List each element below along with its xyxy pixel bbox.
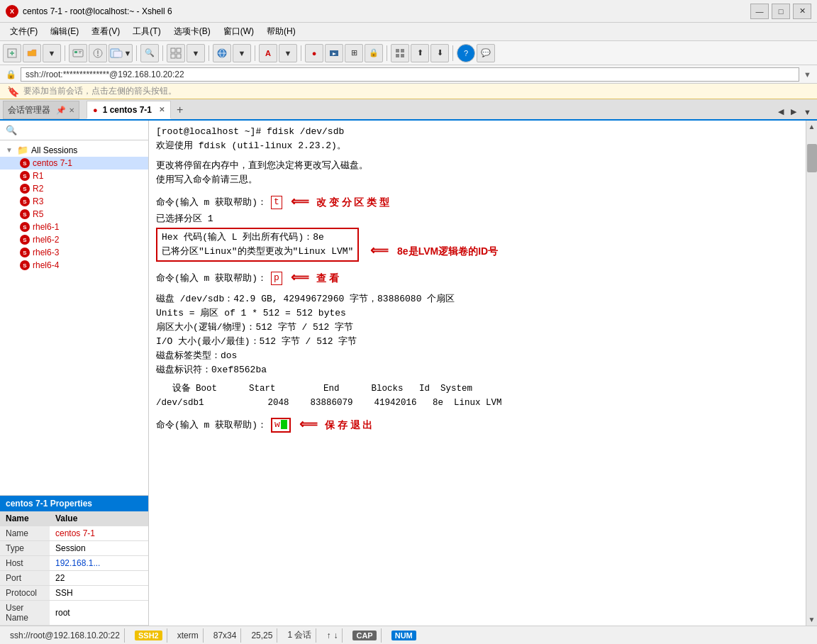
terminal-text-row: /dev/sdb1 2048 83886079 41942016 8e Linu… xyxy=(156,396,502,410)
scroll-thumb[interactable] xyxy=(807,144,817,172)
tree-item-R5[interactable]: S R5 xyxy=(0,208,148,221)
svg-rect-11 xyxy=(113,51,122,57)
props-row-port: Port 22 xyxy=(0,571,149,586)
toolbar-btn9[interactable]: ▼ xyxy=(279,44,297,62)
tree-label-rhel64: rhel6-4 xyxy=(33,260,59,270)
tab-centos71[interactable]: ● 1 centos 7-1 ✕ xyxy=(87,101,171,119)
props-key-port: Port xyxy=(0,571,50,586)
search-icon: 🔍 xyxy=(3,123,20,137)
scroll-down-arrow[interactable]: ▼ xyxy=(806,614,817,626)
menu-tab[interactable]: 选项卡(B) xyxy=(168,24,216,39)
tab-next[interactable]: ▶ xyxy=(788,106,799,118)
props-row-protocol: Protocol SSH xyxy=(0,586,149,601)
scroll-up-arrow[interactable]: ▲ xyxy=(806,121,817,133)
toolbar-help[interactable]: ? xyxy=(457,44,475,62)
window-title: centos 7-1 - root@localhost:~ - Xshell 6 xyxy=(23,6,750,16)
terminal-cmd-w-prompt: 命令(输入 m 获取帮助)： xyxy=(156,418,267,433)
tree-item-rhel61[interactable]: S rhel6-1 xyxy=(0,221,148,233)
status-position: 25,25 xyxy=(247,628,277,643)
toolbar-sep4 xyxy=(209,45,209,61)
toolbar-btn6[interactable]: ▼ xyxy=(187,44,205,62)
status-ssh2-label: SSH2 xyxy=(138,631,159,640)
svg-rect-23 xyxy=(396,54,399,57)
tree-item-R2[interactable]: S R2 xyxy=(0,182,148,195)
tree-label-R1: R1 xyxy=(33,171,43,181)
tab-prev[interactable]: ◀ xyxy=(775,106,787,118)
annotation-w: 保 存 退 出 xyxy=(325,418,373,433)
annotation-p: 查 看 xyxy=(316,271,339,286)
cursor-block xyxy=(281,420,287,429)
toolbar-btn10[interactable]: ● xyxy=(305,44,323,62)
tree-item-R1[interactable]: S R1 xyxy=(0,170,148,182)
toolbar-btn12[interactable]: ⊞ xyxy=(345,44,363,62)
toolbar-btn11[interactable] xyxy=(325,44,343,62)
toolbar-sep3 xyxy=(162,45,163,61)
props-row-type: Type Session xyxy=(0,541,149,556)
toolbar-new-session[interactable] xyxy=(3,44,21,62)
terminal-text-disk: 磁盘 /dev/sdb：42.9 GB, 42949672960 字节，8388… xyxy=(156,292,455,306)
toolbar-globe[interactable] xyxy=(213,44,231,62)
toolbar-sep5 xyxy=(255,45,255,61)
arrow-icon-1: ⟸ xyxy=(291,193,309,212)
terminal-line-1: [root@localhost ~]# fdisk /dev/sdb xyxy=(156,125,799,139)
address-dropdown[interactable]: ▼ xyxy=(804,70,811,79)
props-val-port: 22 xyxy=(50,571,149,586)
tab-close-btn[interactable]: ✕ xyxy=(159,106,165,113)
terminal-area[interactable]: [root@localhost ~]# fdisk /dev/sdb 欢迎使用 … xyxy=(149,121,806,626)
toolbar-open[interactable] xyxy=(23,44,41,62)
toolbar-btn8[interactable]: A xyxy=(259,44,277,62)
toolbar-chat[interactable]: 💬 xyxy=(477,44,495,62)
toolbar-settings[interactable] xyxy=(391,44,409,62)
toolbar-btn2[interactable] xyxy=(69,44,87,62)
terminal-disk-size: 磁盘 /dev/sdb：42.9 GB, 42949672960 字节，8388… xyxy=(156,292,799,306)
terminal-cmd-t-prompt: 命令(输入 m 获取帮助)： xyxy=(156,196,267,210)
address-input[interactable] xyxy=(21,67,799,82)
toolbar-grid[interactable] xyxy=(167,44,185,62)
toolbar-btn13[interactable]: 🔒 xyxy=(365,44,383,62)
toolbar-btn14[interactable]: ⬆ xyxy=(411,44,429,62)
session-panel-close[interactable]: ✕ xyxy=(69,106,74,114)
toolbar-search[interactable]: 🔍 xyxy=(140,44,159,62)
status-cap-badge: CAP xyxy=(352,631,376,640)
pin-icon[interactable]: 📌 xyxy=(56,106,66,115)
app-icon: X xyxy=(6,5,18,18)
menu-view[interactable]: 查看(V) xyxy=(86,24,126,39)
terminal-scrollbar[interactable]: ▲ ▼ xyxy=(806,121,817,626)
menu-tools[interactable]: 工具(T) xyxy=(127,24,166,39)
terminal-blank-2 xyxy=(156,187,799,193)
arrow-icon-3: ⟸ xyxy=(291,269,309,288)
menu-edit[interactable]: 编辑(E) xyxy=(45,24,84,39)
add-tab-button[interactable]: + xyxy=(171,101,189,119)
tree-item-centos71[interactable]: S centos 7-1 xyxy=(0,157,148,170)
close-button[interactable]: ✕ xyxy=(793,4,811,19)
props-val-host: 192.168.1... xyxy=(50,556,149,571)
tree-item-rhel62[interactable]: S rhel6-2 xyxy=(0,233,148,246)
tab-label: 1 centos 7-1 xyxy=(103,105,152,115)
toolbar-btn15[interactable]: ⬇ xyxy=(430,44,449,62)
toolbar-btn3[interactable] xyxy=(89,44,107,62)
menu-help[interactable]: 帮助(H) xyxy=(261,24,301,39)
terminal-partition-selected: 已选择分区 1 xyxy=(156,212,799,226)
terminal-table-row: /dev/sdb1 2048 83886079 41942016 8e Linu… xyxy=(156,396,799,410)
tree-item-all-sessions[interactable]: ▼ 📁 All Sessions xyxy=(0,143,148,157)
toolbar-btn4[interactable]: ▼ xyxy=(109,44,133,62)
maximize-button[interactable]: □ xyxy=(772,4,790,19)
window-controls: — □ ✕ xyxy=(750,4,811,19)
tree-item-rhel63[interactable]: S rhel6-3 xyxy=(0,246,148,259)
tree-label-centos71: centos 7-1 xyxy=(33,158,72,168)
toolbar-btn7[interactable]: ▼ xyxy=(233,44,251,62)
status-down-arrow[interactable]: ↓ xyxy=(333,631,338,640)
menu-window[interactable]: 窗口(W) xyxy=(218,24,260,39)
status-up-arrow[interactable]: ↑ xyxy=(326,631,330,640)
props-val-username: root xyxy=(50,601,149,626)
toolbar-sep1 xyxy=(65,45,65,61)
tree-item-rhel64[interactable]: S rhel6-4 xyxy=(0,259,148,272)
properties-panel: centos 7-1 Properties Name Value Name ce… xyxy=(0,495,149,626)
terminal-text-sector: 扇区大小(逻辑/物理)：512 字节 / 512 字节 xyxy=(156,321,353,335)
props-val-type: Session xyxy=(50,541,149,556)
tree-item-R3[interactable]: S R3 xyxy=(0,195,148,208)
minimize-button[interactable]: — xyxy=(750,4,769,19)
menu-file[interactable]: 文件(F) xyxy=(4,24,43,39)
toolbar-arrow-down[interactable]: ▼ xyxy=(43,44,61,62)
tab-dropdown[interactable]: ▼ xyxy=(801,106,814,118)
